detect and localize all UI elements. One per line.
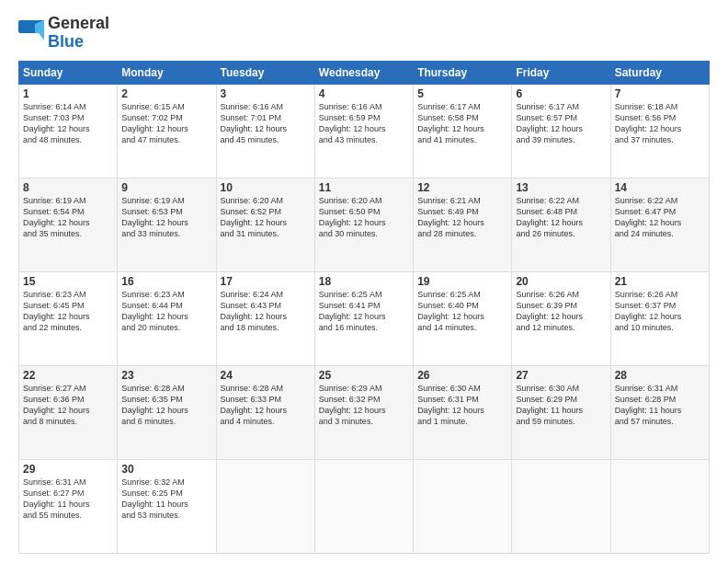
cell-info: Sunrise: 6:31 AMSunset: 6:28 PMDaylight:… [615,383,705,428]
calendar-cell: 18Sunrise: 6:25 AMSunset: 6:41 PMDayligh… [314,271,413,365]
cell-info: Sunrise: 6:22 AMSunset: 6:48 PMDaylight:… [516,195,606,240]
calendar-cell: 9Sunrise: 6:19 AMSunset: 6:53 PMDaylight… [118,178,216,271]
calendar-cell: 29Sunrise: 6:31 AMSunset: 6:27 PMDayligh… [19,459,118,553]
calendar-cell: 30Sunrise: 6:32 AMSunset: 6:25 PMDayligh… [118,459,216,553]
day-number: 11 [319,181,409,194]
calendar-cell: 19Sunrise: 6:25 AMSunset: 6:40 PMDayligh… [414,271,512,365]
day-number: 13 [516,181,606,194]
calendar-cell: 5Sunrise: 6:17 AMSunset: 6:58 PMDaylight… [414,84,512,178]
calendar-cell: 17Sunrise: 6:24 AMSunset: 6:43 PMDayligh… [216,271,314,365]
logo-icon [18,20,44,46]
calendar-cell: 24Sunrise: 6:28 AMSunset: 6:33 PMDayligh… [216,365,314,459]
calendar-cell: 21Sunrise: 6:26 AMSunset: 6:37 PMDayligh… [610,271,709,365]
calendar-cell: 14Sunrise: 6:22 AMSunset: 6:47 PMDayligh… [610,178,709,271]
cell-info: Sunrise: 6:17 AMSunset: 6:58 PMDaylight:… [417,101,507,146]
calendar-cell: 7Sunrise: 6:18 AMSunset: 6:56 PMDaylight… [610,84,709,178]
cell-info: Sunrise: 6:30 AMSunset: 6:31 PMDaylight:… [417,383,507,428]
cell-info: Sunrise: 6:27 AMSunset: 6:36 PMDaylight:… [23,383,113,428]
day-number: 26 [417,369,507,382]
calendar-cell: 26Sunrise: 6:30 AMSunset: 6:31 PMDayligh… [414,365,512,459]
day-number: 1 [23,87,113,100]
calendar-cell [610,459,709,553]
cell-info: Sunrise: 6:26 AMSunset: 6:37 PMDaylight:… [615,289,705,334]
cell-info: Sunrise: 6:20 AMSunset: 6:50 PMDaylight:… [319,195,409,240]
cell-info: Sunrise: 6:28 AMSunset: 6:33 PMDaylight:… [221,383,311,428]
day-number: 12 [417,181,507,194]
cell-info: Sunrise: 6:26 AMSunset: 6:39 PMDaylight:… [516,289,606,334]
calendar-cell [512,459,610,553]
cell-info: Sunrise: 6:16 AMSunset: 7:01 PMDaylight:… [221,101,311,146]
day-number: 4 [319,87,409,100]
day-number: 19 [417,275,507,288]
calendar-cell [314,459,413,553]
day-number: 18 [319,275,409,288]
cell-info: Sunrise: 6:18 AMSunset: 6:56 PMDaylight:… [615,101,705,146]
cell-info: Sunrise: 6:16 AMSunset: 6:59 PMDaylight:… [319,101,409,146]
calendar-cell: 22Sunrise: 6:27 AMSunset: 6:36 PMDayligh… [19,365,118,459]
day-number: 17 [221,275,311,288]
cell-info: Sunrise: 6:20 AMSunset: 6:52 PMDaylight:… [221,195,311,240]
cell-info: Sunrise: 6:15 AMSunset: 7:02 PMDaylight:… [121,101,211,146]
calendar-cell: 8Sunrise: 6:19 AMSunset: 6:54 PMDaylight… [19,178,118,271]
day-number: 29 [23,463,113,476]
col-header-sunday: Sunday [19,61,118,84]
calendar-cell: 3Sunrise: 6:16 AMSunset: 7:01 PMDaylight… [216,84,314,178]
calendar-cell: 20Sunrise: 6:26 AMSunset: 6:39 PMDayligh… [512,271,610,365]
cell-info: Sunrise: 6:19 AMSunset: 6:54 PMDaylight:… [23,195,113,240]
cell-info: Sunrise: 6:21 AMSunset: 6:49 PMDaylight:… [417,195,507,240]
calendar-cell: 16Sunrise: 6:23 AMSunset: 6:44 PMDayligh… [118,271,216,365]
cell-info: Sunrise: 6:23 AMSunset: 6:44 PMDaylight:… [121,289,211,334]
day-number: 25 [319,369,409,382]
cell-info: Sunrise: 6:22 AMSunset: 6:47 PMDaylight:… [615,195,705,240]
col-header-saturday: Saturday [610,61,709,84]
day-number: 5 [417,87,507,100]
calendar-cell: 23Sunrise: 6:28 AMSunset: 6:35 PMDayligh… [118,365,216,459]
day-number: 30 [121,463,211,476]
day-number: 21 [615,275,705,288]
calendar-cell: 27Sunrise: 6:30 AMSunset: 6:29 PMDayligh… [512,365,610,459]
day-number: 3 [221,87,311,100]
calendar-cell: 10Sunrise: 6:20 AMSunset: 6:52 PMDayligh… [216,178,314,271]
col-header-tuesday: Tuesday [216,61,314,84]
calendar-cell: 25Sunrise: 6:29 AMSunset: 6:32 PMDayligh… [314,365,413,459]
logo: General Blue [18,15,109,52]
cell-info: Sunrise: 6:31 AMSunset: 6:27 PMDaylight:… [23,477,113,522]
calendar-cell: 13Sunrise: 6:22 AMSunset: 6:48 PMDayligh… [512,178,610,271]
day-number: 22 [23,369,113,382]
day-number: 27 [516,369,606,382]
cell-info: Sunrise: 6:32 AMSunset: 6:25 PMDaylight:… [121,477,211,522]
day-number: 9 [121,181,211,194]
col-header-wednesday: Wednesday [314,61,413,84]
cell-info: Sunrise: 6:28 AMSunset: 6:35 PMDaylight:… [121,383,211,428]
cell-info: Sunrise: 6:25 AMSunset: 6:41 PMDaylight:… [319,289,409,334]
calendar-cell: 6Sunrise: 6:17 AMSunset: 6:57 PMDaylight… [512,84,610,178]
calendar-cell: 15Sunrise: 6:23 AMSunset: 6:45 PMDayligh… [19,271,118,365]
cell-info: Sunrise: 6:14 AMSunset: 7:03 PMDaylight:… [23,101,113,146]
cell-info: Sunrise: 6:23 AMSunset: 6:45 PMDaylight:… [23,289,113,334]
col-header-thursday: Thursday [414,61,512,84]
calendar-cell: 1Sunrise: 6:14 AMSunset: 7:03 PMDaylight… [19,84,118,178]
calendar-cell: 2Sunrise: 6:15 AMSunset: 7:02 PMDaylight… [118,84,216,178]
day-number: 24 [221,369,311,382]
day-number: 8 [23,181,113,194]
day-number: 15 [23,275,113,288]
col-header-friday: Friday [512,61,610,84]
calendar-cell: 12Sunrise: 6:21 AMSunset: 6:49 PMDayligh… [414,178,512,271]
cell-info: Sunrise: 6:24 AMSunset: 6:43 PMDaylight:… [221,289,311,334]
day-number: 10 [221,181,311,194]
day-number: 20 [516,275,606,288]
day-number: 7 [615,87,705,100]
day-number: 6 [516,87,606,100]
cell-info: Sunrise: 6:29 AMSunset: 6:32 PMDaylight:… [319,383,409,428]
day-number: 14 [615,181,705,194]
calendar-cell [414,459,512,553]
logo-text: General Blue [48,15,109,52]
calendar-cell: 4Sunrise: 6:16 AMSunset: 6:59 PMDaylight… [314,84,413,178]
calendar-cell: 11Sunrise: 6:20 AMSunset: 6:50 PMDayligh… [314,178,413,271]
calendar-table: SundayMondayTuesdayWednesdayThursdayFrid… [18,61,710,554]
cell-info: Sunrise: 6:19 AMSunset: 6:53 PMDaylight:… [121,195,211,240]
day-number: 2 [121,87,211,100]
day-number: 23 [121,369,211,382]
cell-info: Sunrise: 6:30 AMSunset: 6:29 PMDaylight:… [516,383,606,428]
col-header-monday: Monday [118,61,216,84]
